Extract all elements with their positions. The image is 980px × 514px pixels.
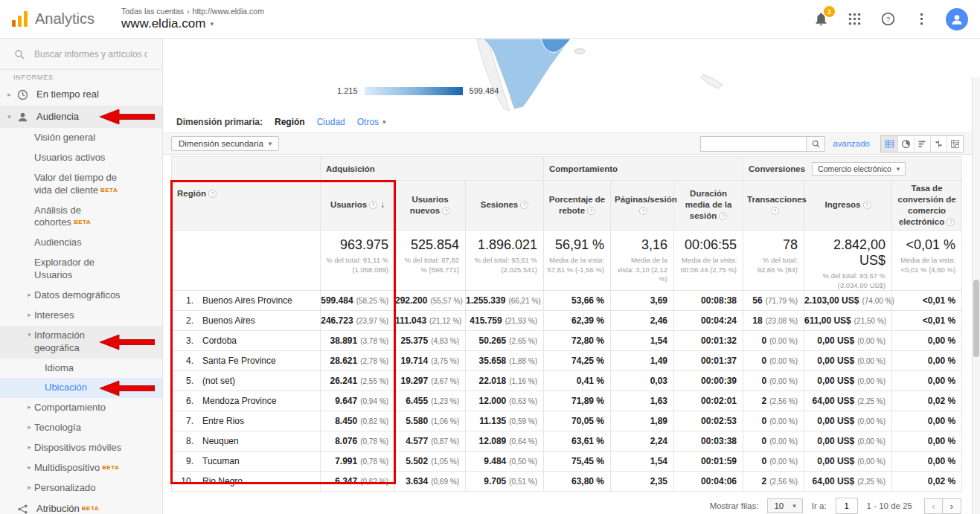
help-button[interactable]: ?	[879, 10, 897, 28]
sidebar-item-ubicacion[interactable]: Ubicación	[0, 378, 162, 398]
sidebar-item-informacion-geografica[interactable]: ▾Información geográfica	[0, 326, 162, 359]
region-cell[interactable]: 6.Mendoza Province	[172, 391, 321, 411]
breadcrumb-property[interactable]: http://www.eldia.com	[193, 7, 264, 16]
table-search-button[interactable]	[806, 136, 825, 152]
chevron-right-icon[interactable]: ▸	[25, 289, 34, 300]
breadcrumb-accounts[interactable]: Todas las cuentas	[121, 7, 184, 16]
sidebar-item-atribucion[interactable]: AtribuciónBETA	[0, 498, 162, 514]
column-header-sesiones[interactable]: Sesiones?	[466, 181, 544, 231]
sidebar-item-analisis-cohortes[interactable]: Análisis de cohortesBETA	[0, 201, 162, 234]
dimension-option-region[interactable]: Región	[275, 117, 305, 127]
region-cell[interactable]: 4.Santa Fe Province	[172, 351, 321, 371]
sidebar-item-dispositivos-moviles[interactable]: ▸Dispositivos móviles	[0, 438, 162, 458]
chevron-right-icon[interactable]: ▸	[25, 442, 34, 452]
percentage-view-icon[interactable]	[897, 136, 914, 152]
region-cell[interactable]: 10.Rio Negro	[172, 472, 321, 492]
column-header-transacciones[interactable]: Transacciones?	[743, 181, 804, 231]
breadcrumb[interactable]: Todas las cuentas›http://www.eldia.com	[121, 7, 264, 16]
table-view-icon[interactable]	[881, 136, 897, 152]
sidebar-item-audiencia[interactable]: ▾Audiencia	[0, 106, 162, 128]
performance-view-icon[interactable]	[914, 136, 930, 152]
sesiones-cell: 9.705(0,51 %)	[466, 472, 544, 492]
sidebar-item-personalizado[interactable]: ▸Personalizado	[0, 478, 162, 498]
column-header-ingresos[interactable]: Ingresos?	[804, 181, 892, 231]
sidebar-search-input[interactable]	[34, 49, 147, 60]
notifications-button[interactable]: 2	[812, 10, 830, 28]
column-header-region[interactable]: Región?	[172, 157, 321, 231]
chevron-right-icon[interactable]: ▸	[25, 482, 34, 492]
help-icon[interactable]: ?	[771, 207, 779, 215]
column-header-usuarios-nuevos[interactable]: Usuarios nuevos?	[395, 181, 466, 231]
goto-page-input[interactable]	[836, 498, 858, 514]
comparison-view-icon[interactable]	[930, 136, 947, 152]
column-header-tasa[interactable]: Tasa de conversión de comercio electróni…	[892, 181, 962, 231]
sidebar-item-explorador-usuarios[interactable]: Explorador de Usuarios	[0, 253, 162, 286]
beta-badge: BETA	[82, 505, 99, 512]
chevron-right-icon[interactable]: ▸	[4, 89, 14, 100]
table-row: 2.Buenos Aires246.723(23,97 %)111.043(21…	[172, 311, 962, 331]
dimension-option-others[interactable]: Otros ▾	[357, 117, 386, 127]
dimension-option-city[interactable]: Ciudad	[317, 117, 345, 127]
region-cell[interactable]: 9.Tucuman	[172, 452, 321, 472]
prev-page-button[interactable]: ‹	[924, 498, 943, 514]
scrollbar-thumb[interactable]	[973, 280, 979, 357]
secondary-dimension-button[interactable]: Dimensión secundaria ▾	[171, 136, 279, 151]
next-page-button[interactable]: ›	[943, 498, 961, 514]
region-cell[interactable]: 8.Neuquen	[172, 431, 321, 452]
table-search-input[interactable]	[700, 136, 806, 152]
vertical-scrollbar[interactable]	[972, 77, 980, 514]
help-icon[interactable]: ?	[208, 190, 217, 198]
usuarios-nuevos-cell: 3.634(0,69 %)	[395, 472, 466, 492]
paginas-cell: 2,24	[611, 431, 674, 452]
sidebar-item-multidispositivo[interactable]: ▸MultidispositivoBETA	[0, 458, 162, 478]
sidebar-item-usuarios-activos[interactable]: Usuarios activos	[0, 148, 162, 168]
help-icon[interactable]: ?	[587, 207, 595, 215]
help-icon[interactable]: ?	[719, 212, 727, 220]
sidebar-item-audiencias[interactable]: Audiencias	[0, 233, 162, 253]
region-cell[interactable]: 2.Buenos Aires	[172, 311, 321, 331]
column-header-usuarios[interactable]: Usuarios?↓	[321, 181, 395, 231]
sidebar-item-tecnologia[interactable]: ▸Tecnología	[0, 418, 162, 438]
account-selector[interactable]: www.eldia.com ▾	[121, 16, 264, 31]
region-cell[interactable]: 3.Cordoba	[172, 331, 321, 351]
region-cell[interactable]: 5.(not set)	[172, 371, 321, 391]
ingresos-cell: 64,00 US$(2,25 %)	[804, 391, 892, 411]
chevron-right-icon[interactable]: ▸	[25, 422, 34, 432]
chevron-right-icon[interactable]: ▸	[25, 402, 34, 412]
apps-grid-button[interactable]	[845, 10, 863, 28]
chevron-down-icon[interactable]: ▾	[25, 330, 34, 340]
sesiones-cell: 11.135(0,59 %)	[466, 411, 544, 431]
chevron-right-icon[interactable]: ▸	[25, 462, 34, 472]
column-header-duracion[interactable]: Duración media de la sesión?	[674, 181, 743, 231]
pivot-view-icon[interactable]	[947, 136, 963, 152]
more-options-button[interactable]	[912, 10, 930, 28]
column-header-paginas[interactable]: Páginas/sesión?	[611, 181, 674, 231]
help-icon[interactable]: ?	[947, 218, 955, 226]
region-cell[interactable]: 7.Entre Rios	[172, 411, 321, 431]
sidebar-item-idioma[interactable]: Idioma	[0, 359, 162, 379]
help-icon[interactable]: ?	[520, 201, 528, 209]
column-header-rebote[interactable]: Porcentaje de rebote?	[544, 181, 611, 231]
sidebar-item-datos-demograficos[interactable]: ▸Datos demográficos	[0, 286, 162, 306]
sidebar-item-valor-tiempo-vida-cliente[interactable]: Valor del tiempo de vida del clienteBETA	[0, 168, 162, 201]
advanced-search-link[interactable]: avanzado	[833, 139, 870, 148]
sidebar-search[interactable]	[0, 39, 162, 70]
conversion-type-select[interactable]: Comercio electrónico▾	[812, 162, 906, 176]
tasa-cell: 0,02 %	[892, 472, 962, 492]
sidebar-item-vision-general[interactable]: Visión general	[0, 128, 162, 148]
help-icon[interactable]: ?	[863, 201, 871, 209]
help-icon[interactable]: ?	[639, 207, 647, 215]
region-cell[interactable]: 1.Buenos Aires Province	[172, 291, 321, 311]
sidebar-item-intereses[interactable]: ▸Intereses	[0, 306, 162, 326]
chevron-down-icon[interactable]: ▾	[4, 112, 14, 122]
logo-area[interactable]: Analytics	[0, 10, 102, 28]
help-icon[interactable]: ?	[442, 207, 450, 215]
sidebar-item-en-tiempo-real[interactable]: ▸En tiempo real	[0, 83, 162, 106]
rows-per-page-select[interactable]: 10 ▾	[767, 498, 802, 513]
sidebar-item-comportamiento[interactable]: ▸Comportamiento	[0, 398, 162, 418]
help-icon[interactable]: ?	[369, 201, 377, 209]
account-block: Todas las cuentas›http://www.eldia.com w…	[121, 7, 264, 31]
map-visualization[interactable]	[467, 39, 764, 112]
chevron-right-icon[interactable]: ▸	[25, 309, 34, 320]
avatar[interactable]	[946, 8, 968, 30]
